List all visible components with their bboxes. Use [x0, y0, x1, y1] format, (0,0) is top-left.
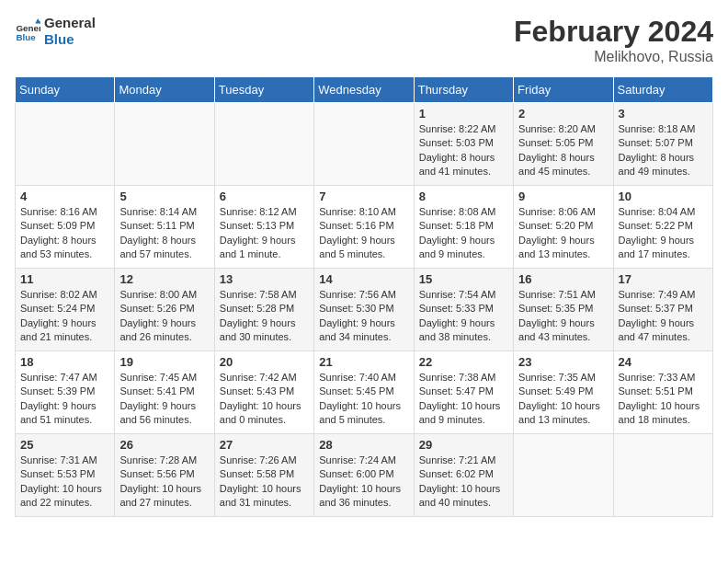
calendar-header-row: Sunday Monday Tuesday Wednesday Thursday… [16, 77, 713, 103]
svg-text:Blue: Blue [16, 32, 36, 42]
day-number: 20 [220, 355, 309, 369]
calendar-cell [314, 103, 414, 186]
day-info: Sunrise: 8:08 AM Sunset: 5:18 PM Dayligh… [419, 205, 508, 262]
calendar-cell: 11Sunrise: 8:02 AM Sunset: 5:24 PM Dayli… [16, 269, 115, 351]
day-info: Sunrise: 7:31 AM Sunset: 5:53 PM Dayligh… [20, 454, 109, 511]
calendar-cell: 29Sunrise: 7:21 AM Sunset: 6:02 PM Dayli… [414, 434, 513, 517]
day-number: 25 [20, 438, 109, 452]
calendar-cell [613, 434, 712, 517]
day-number: 2 [518, 107, 608, 121]
calendar-cell: 10Sunrise: 8:04 AM Sunset: 5:22 PM Dayli… [613, 186, 712, 269]
day-number: 6 [220, 190, 309, 203]
month-year-title: February 2024 [514, 15, 713, 49]
day-info: Sunrise: 7:47 AM Sunset: 5:39 PM Dayligh… [20, 371, 109, 428]
day-number: 15 [419, 272, 508, 286]
calendar-cell: 7Sunrise: 8:10 AM Sunset: 5:16 PM Daylig… [314, 186, 414, 269]
day-info: Sunrise: 8:10 AM Sunset: 5:16 PM Dayligh… [319, 205, 408, 262]
day-number: 19 [119, 355, 209, 369]
day-number: 28 [319, 438, 408, 452]
col-sunday: Sunday [16, 77, 115, 103]
calendar-table: Sunday Monday Tuesday Wednesday Thursday… [15, 76, 713, 517]
day-info: Sunrise: 7:56 AM Sunset: 5:30 PM Dayligh… [319, 288, 408, 345]
day-info: Sunrise: 8:14 AM Sunset: 5:11 PM Dayligh… [119, 205, 209, 262]
day-number: 12 [119, 272, 209, 286]
day-number: 29 [419, 438, 508, 452]
calendar-cell: 3Sunrise: 8:18 AM Sunset: 5:07 PM Daylig… [613, 103, 712, 186]
calendar-cell: 12Sunrise: 8:00 AM Sunset: 5:26 PM Dayli… [115, 269, 214, 351]
calendar-week-row: 1Sunrise: 8:22 AM Sunset: 5:03 PM Daylig… [16, 103, 713, 186]
day-info: Sunrise: 8:20 AM Sunset: 5:05 PM Dayligh… [518, 122, 608, 179]
location-subtitle: Melikhovo, Russia [514, 49, 713, 65]
calendar-cell: 2Sunrise: 8:20 AM Sunset: 5:05 PM Daylig… [514, 103, 613, 186]
calendar-week-row: 18Sunrise: 7:47 AM Sunset: 5:39 PM Dayli… [16, 351, 713, 434]
calendar-cell: 1Sunrise: 8:22 AM Sunset: 5:03 PM Daylig… [414, 103, 513, 186]
day-number: 14 [319, 272, 408, 286]
day-number: 18 [20, 355, 109, 369]
calendar-cell [115, 103, 214, 186]
day-number: 5 [119, 190, 209, 203]
calendar-cell [16, 103, 115, 186]
day-info: Sunrise: 7:24 AM Sunset: 6:00 PM Dayligh… [319, 454, 408, 511]
day-number: 16 [518, 272, 608, 286]
col-saturday: Saturday [613, 77, 712, 103]
calendar-cell: 16Sunrise: 7:51 AM Sunset: 5:35 PM Dayli… [514, 269, 613, 351]
day-info: Sunrise: 7:58 AM Sunset: 5:28 PM Dayligh… [220, 288, 309, 345]
calendar-cell: 13Sunrise: 7:58 AM Sunset: 5:28 PM Dayli… [214, 269, 313, 351]
day-info: Sunrise: 8:16 AM Sunset: 5:09 PM Dayligh… [20, 205, 109, 262]
calendar-cell: 23Sunrise: 7:35 AM Sunset: 5:49 PM Dayli… [514, 351, 613, 434]
day-number: 13 [220, 272, 309, 286]
calendar-cell: 26Sunrise: 7:28 AM Sunset: 5:56 PM Dayli… [115, 434, 214, 517]
day-info: Sunrise: 7:38 AM Sunset: 5:47 PM Dayligh… [419, 371, 508, 428]
col-monday: Monday [115, 77, 214, 103]
day-info: Sunrise: 7:54 AM Sunset: 5:33 PM Dayligh… [419, 288, 508, 345]
day-info: Sunrise: 8:22 AM Sunset: 5:03 PM Dayligh… [419, 122, 508, 179]
day-info: Sunrise: 7:45 AM Sunset: 5:41 PM Dayligh… [119, 371, 209, 428]
day-info: Sunrise: 7:49 AM Sunset: 5:37 PM Dayligh… [619, 288, 708, 345]
day-info: Sunrise: 8:12 AM Sunset: 5:13 PM Dayligh… [220, 205, 309, 262]
col-wednesday: Wednesday [314, 77, 414, 103]
day-number: 10 [619, 190, 708, 203]
day-number: 4 [20, 190, 109, 203]
day-number: 11 [20, 272, 109, 286]
day-info: Sunrise: 8:02 AM Sunset: 5:24 PM Dayligh… [20, 288, 109, 345]
day-info: Sunrise: 7:42 AM Sunset: 5:43 PM Dayligh… [220, 371, 309, 428]
calendar-cell: 24Sunrise: 7:33 AM Sunset: 5:51 PM Dayli… [613, 351, 712, 434]
day-number: 26 [119, 438, 209, 452]
calendar-cell: 9Sunrise: 8:06 AM Sunset: 5:20 PM Daylig… [514, 186, 613, 269]
day-info: Sunrise: 8:18 AM Sunset: 5:07 PM Dayligh… [619, 122, 708, 179]
day-number: 22 [419, 355, 508, 369]
col-tuesday: Tuesday [214, 77, 313, 103]
title-area: February 2024 Melikhovo, Russia [514, 15, 713, 65]
calendar-cell: 18Sunrise: 7:47 AM Sunset: 5:39 PM Dayli… [16, 351, 115, 434]
calendar-week-row: 25Sunrise: 7:31 AM Sunset: 5:53 PM Dayli… [16, 434, 713, 517]
col-friday: Friday [514, 77, 613, 103]
calendar-cell: 21Sunrise: 7:40 AM Sunset: 5:45 PM Dayli… [314, 351, 414, 434]
calendar-week-row: 11Sunrise: 8:02 AM Sunset: 5:24 PM Dayli… [16, 269, 713, 351]
calendar-cell: 4Sunrise: 8:16 AM Sunset: 5:09 PM Daylig… [16, 186, 115, 269]
calendar-cell: 15Sunrise: 7:54 AM Sunset: 5:33 PM Dayli… [414, 269, 513, 351]
calendar-cell [214, 103, 313, 186]
calendar-cell: 27Sunrise: 7:26 AM Sunset: 5:58 PM Dayli… [214, 434, 313, 517]
calendar-cell: 14Sunrise: 7:56 AM Sunset: 5:30 PM Dayli… [314, 269, 414, 351]
day-info: Sunrise: 7:26 AM Sunset: 5:58 PM Dayligh… [220, 454, 309, 511]
day-info: Sunrise: 7:35 AM Sunset: 5:49 PM Dayligh… [518, 371, 608, 428]
day-number: 21 [319, 355, 408, 369]
day-info: Sunrise: 7:33 AM Sunset: 5:51 PM Dayligh… [619, 371, 708, 428]
day-number: 17 [619, 272, 708, 286]
logo: General Blue General Blue [15, 15, 96, 48]
day-number: 7 [319, 190, 408, 203]
day-number: 3 [619, 107, 708, 121]
day-info: Sunrise: 8:04 AM Sunset: 5:22 PM Dayligh… [619, 205, 708, 262]
day-info: Sunrise: 8:06 AM Sunset: 5:20 PM Dayligh… [518, 205, 608, 262]
calendar-cell: 25Sunrise: 7:31 AM Sunset: 5:53 PM Dayli… [16, 434, 115, 517]
calendar-cell: 6Sunrise: 8:12 AM Sunset: 5:13 PM Daylig… [214, 186, 313, 269]
calendar-cell: 19Sunrise: 7:45 AM Sunset: 5:41 PM Dayli… [115, 351, 214, 434]
day-number: 27 [220, 438, 309, 452]
calendar-cell: 5Sunrise: 8:14 AM Sunset: 5:11 PM Daylig… [115, 186, 214, 269]
col-thursday: Thursday [414, 77, 513, 103]
day-info: Sunrise: 7:21 AM Sunset: 6:02 PM Dayligh… [419, 454, 508, 511]
day-info: Sunrise: 7:40 AM Sunset: 5:45 PM Dayligh… [319, 371, 408, 428]
calendar-cell: 22Sunrise: 7:38 AM Sunset: 5:47 PM Dayli… [414, 351, 513, 434]
calendar-cell: 8Sunrise: 8:08 AM Sunset: 5:18 PM Daylig… [414, 186, 513, 269]
page-header: General Blue General Blue February 2024 … [15, 15, 713, 65]
